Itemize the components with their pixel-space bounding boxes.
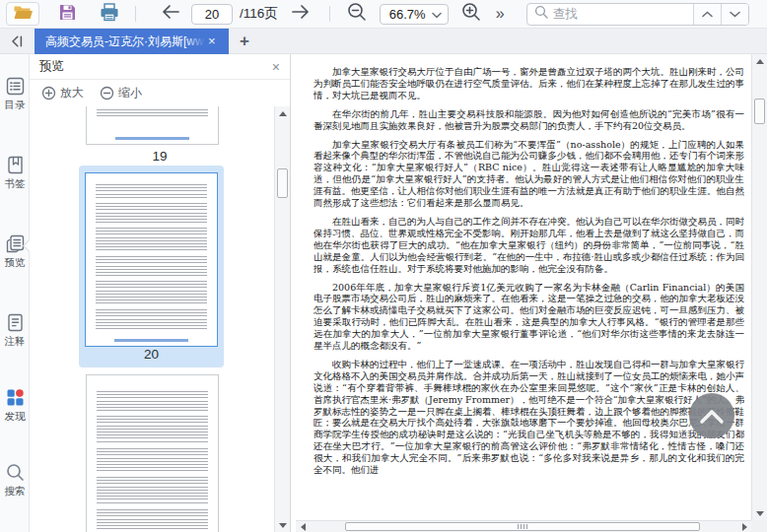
print-button[interactable]: [100, 3, 119, 26]
back-to-top-button[interactable]: [689, 393, 734, 438]
collapse-left-icon: [9, 33, 25, 49]
thumbnail-footer-link: [114, 339, 188, 342]
thumbnail-text-preview: [97, 109, 208, 119]
document-vertical-scrollbar[interactable]: [751, 54, 767, 520]
thumbnail-text-preview: [96, 203, 207, 223]
zoom-out-button[interactable]: [346, 1, 368, 27]
previous-page-button[interactable]: [160, 3, 181, 25]
thumbnail-text-preview: [96, 256, 207, 276]
magnifier-minus-icon: [346, 1, 368, 27]
preview-panel: 预览 × 放大 缩小 19: [30, 54, 291, 532]
sidebar-item-label: 书签: [0, 177, 30, 189]
left-icon-sidebar: 目录 书签 预览 注释 发现 搜: [0, 54, 30, 532]
document-horizontal-scrollbar[interactable]: [296, 520, 751, 532]
paragraph: 在胜山看来，自己的为人与自己的工作之间并不存在冲突。他认为自己可以在华尔街做交易…: [314, 216, 744, 275]
paragraph: 在华尔街的前几年，胜山主要交易科技股和能源股。因为他对如何创造他所说的“完美市场…: [314, 108, 744, 132]
more-tools-button[interactable]: »: [496, 5, 503, 23]
sidebar-item-label: 目录: [0, 99, 30, 110]
sidebar-item-toc[interactable]: 目录: [0, 76, 30, 110]
document-page: 加拿大皇家银行交易大厅位于自由广场一号，窗外是曾矗立过双子塔的两个大坑。胜山刚来…: [314, 66, 744, 520]
thumbnail-list: 19 20: [30, 106, 290, 532]
bookmark-icon: [5, 155, 26, 175]
main-toolbar: /116页 66.7% »: [0, 0, 767, 29]
scroll-up-arrow[interactable]: [275, 106, 290, 120]
save-button[interactable]: [58, 3, 77, 26]
find-next-button[interactable]: [722, 4, 748, 25]
folder-open-icon: [13, 4, 34, 25]
thumbnail-footer-link: [115, 137, 189, 140]
scroll-left-arrow[interactable]: [296, 521, 310, 532]
thumbnail-page-21[interactable]: [86, 374, 219, 532]
next-page-button[interactable]: [290, 3, 312, 25]
thumbnail-page-number: 19: [30, 149, 290, 164]
sidebar-item-discover[interactable]: 发现: [0, 387, 30, 422]
paragraph: 加拿大皇家银行交易大厅位于自由广场一号，窗外是曾矗立过双子塔的两个大坑。胜山刚来…: [314, 66, 744, 101]
chevron-up-icon: [702, 11, 713, 18]
thumbnail-text-preview: [96, 309, 207, 329]
sidebar-item-label: 发现: [0, 410, 30, 422]
paragraph: 2006年年底，加拿大皇家银行斥资1亿美元收购了一家名为卡林金融（Carlin …: [314, 282, 744, 352]
thumbnail-text-preview: [96, 184, 207, 198]
discover-grid-icon: [5, 387, 26, 408]
preview-pages-icon: [5, 233, 26, 254]
preview-panel-toolbar: 放大 缩小: [30, 80, 290, 106]
plus-circle-icon: [41, 86, 56, 100]
scrollbar-thumb[interactable]: [345, 522, 700, 531]
scrollbar-thumb[interactable]: [754, 99, 765, 124]
search-field[interactable]: [527, 4, 693, 25]
zoom-level-select[interactable]: 66.7%: [380, 4, 449, 25]
chevron-down-icon: [730, 11, 740, 18]
thumbnail-text-preview: [97, 416, 208, 443]
scroll-right-arrow[interactable]: [737, 521, 751, 532]
minus-circle-icon: [100, 86, 114, 100]
printer-icon: [100, 3, 119, 26]
document-view[interactable]: 加拿大皇家银行交易大厅位于自由广场一号，窗外是曾矗立过双子塔的两个大坑。胜山刚来…: [296, 54, 751, 520]
scroll-down-arrow[interactable]: [752, 506, 767, 520]
new-tab-button[interactable]: +: [240, 32, 249, 51]
find-previous-button[interactable]: [694, 4, 721, 25]
scrollbar-corner: [751, 520, 767, 532]
collapse-sidebar-button[interactable]: [7, 32, 27, 51]
thumbnail-scrollbar[interactable]: [274, 106, 290, 532]
sidebar-item-preview[interactable]: 预览: [0, 233, 30, 268]
open-file-button[interactable]: [6, 2, 39, 26]
find-bar: [526, 3, 749, 26]
thumbnail-text-preview: [96, 228, 207, 251]
sidebar-item-bookmarks[interactable]: 书签: [0, 155, 30, 189]
thumbnail-selected-container[interactable]: 20: [79, 166, 224, 367]
page-number-input[interactable]: [191, 4, 233, 25]
arrow-left-icon: [160, 3, 181, 25]
scrollbar-thumb[interactable]: [277, 168, 288, 198]
scroll-up-arrow[interactable]: [752, 54, 767, 68]
thumbnail-page-19[interactable]: [86, 106, 219, 145]
arrow-right-icon: [290, 3, 312, 25]
search-input[interactable]: [553, 7, 671, 21]
sidebar-item-search[interactable]: 搜索: [0, 462, 30, 497]
paragraph: 加拿大皇家银行交易大厅有条被员工们称为“不要浑蛋”（no-asshole）的规矩…: [314, 139, 744, 209]
thumbnail-text-preview: [97, 391, 208, 411]
sidebar-item-label: 搜索: [0, 485, 30, 497]
search-icon: [534, 5, 548, 23]
close-tab-icon[interactable]: ×: [208, 33, 216, 48]
thumbnail-zoom-out-button[interactable]: 缩小: [100, 85, 142, 101]
document-tab[interactable]: 高频交易员-迈克尔·刘易斯[www ×: [35, 29, 229, 54]
toolbar-separator: [329, 6, 330, 22]
chevron-up-icon: [698, 407, 726, 425]
page-total-label: /116页: [240, 5, 278, 23]
table-of-contents-icon: [5, 76, 26, 97]
zoom-level-value: 66.7%: [389, 7, 426, 22]
close-panel-icon[interactable]: ×: [272, 59, 280, 75]
save-floppy-icon: [58, 3, 77, 26]
sidebar-item-label: 注释: [0, 335, 30, 347]
chevron-down-icon: [432, 7, 442, 22]
sidebar-item-annotations[interactable]: 注释: [0, 312, 30, 347]
tab-bar: 高频交易员-迈克尔·刘易斯[www × +: [0, 29, 767, 54]
thumbnail-text-preview: [97, 477, 208, 504]
thumbnail-zoom-in-button[interactable]: 放大: [41, 85, 84, 101]
zoom-in-button[interactable]: [460, 1, 482, 27]
thumbnail-page-20[interactable]: [85, 172, 218, 347]
search-icon: [5, 462, 26, 483]
annotation-page-icon: [5, 312, 26, 333]
zoom-in-label: 放大: [60, 85, 84, 101]
scroll-down-arrow[interactable]: [275, 518, 290, 532]
